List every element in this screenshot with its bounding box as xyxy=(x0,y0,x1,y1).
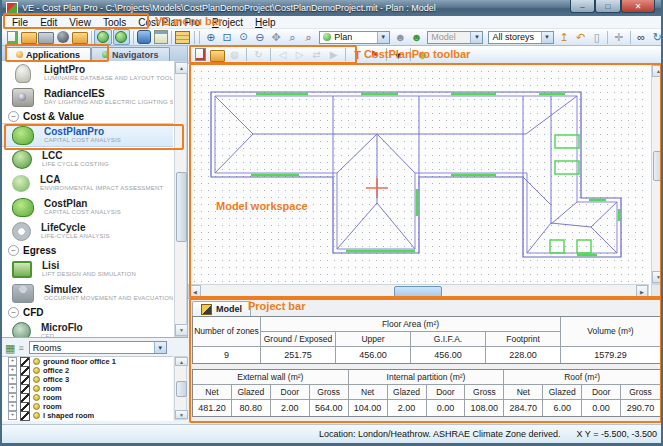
disc-icon[interactable]: ◍ xyxy=(227,48,242,62)
sidebar-item-lightpro[interactable]: LightProLUMINAIRE DATABASE AND LAYOUT TO… xyxy=(2,61,173,85)
zoom-out-icon[interactable]: ⊖ xyxy=(252,30,267,44)
page-blank-icon[interactable]: ▯ xyxy=(589,30,604,44)
zoom-previous-icon[interactable]: ⌕ xyxy=(301,30,316,44)
col-header-floor-area: Floor Area (m²) xyxy=(261,317,561,332)
area-value: 6.00 xyxy=(543,400,582,416)
run-icon[interactable]: ▶ xyxy=(326,48,341,62)
menu-tools[interactable]: Tools xyxy=(97,17,132,28)
globe-rotate-icon[interactable]: ↻ xyxy=(650,30,663,44)
scrollbar-thumb[interactable] xyxy=(653,151,663,181)
tab-applications[interactable]: Applications xyxy=(5,47,91,61)
scrollbar-thumb[interactable] xyxy=(176,381,187,397)
select-cursor-icon[interactable]: ➤ xyxy=(388,44,408,64)
menu-project[interactable]: Project xyxy=(206,17,249,28)
room-checkbox[interactable] xyxy=(20,411,30,421)
maximize-button[interactable]: □ xyxy=(595,0,621,13)
scroll-up-arrow[interactable]: ▲ xyxy=(175,357,188,366)
assign-tool-icon[interactable]: T xyxy=(350,48,365,62)
cd-export-icon[interactable] xyxy=(55,30,70,44)
scroll-down-arrow[interactable]: ▼ xyxy=(652,271,663,283)
undo-curve-icon[interactable]: ↶ xyxy=(573,30,588,44)
expand-icon[interactable]: + xyxy=(8,402,17,411)
sidebar-item-costplan[interactable]: CostPlanCAPITAL COST ANALYSIS xyxy=(2,195,173,219)
storeys-select[interactable]: All storeys ▼ xyxy=(488,31,553,44)
pin-icon[interactable]: ✛ xyxy=(611,30,626,44)
expand-icon[interactable]: + xyxy=(8,384,17,393)
view-mode-select[interactable]: Plan ▼ xyxy=(319,31,390,44)
alert-flag-icon[interactable]: ⚑ xyxy=(367,48,382,62)
model-select[interactable]: Model ▼ xyxy=(427,31,483,44)
database-icon[interactable] xyxy=(175,30,190,44)
room-item-l-shaped-room[interactable]: +l shaped room xyxy=(2,411,173,420)
globe-view-alt-icon[interactable] xyxy=(113,29,130,45)
group-header-roof-m-: Roof (m²) xyxy=(504,370,660,385)
tables-icon[interactable] xyxy=(153,30,168,44)
person-green-icon[interactable]: ☻ xyxy=(409,30,424,44)
open-folder-icon[interactable] xyxy=(210,48,225,62)
drawing-canvas[interactable] xyxy=(188,64,649,284)
refresh-icon[interactable]: ↻ xyxy=(251,48,266,62)
menu-edit[interactable]: Edit xyxy=(34,17,63,28)
sidebar-item-simulex[interactable]: SimulexOCCUPANT MOVEMENT AND EVACUATION xyxy=(2,281,173,305)
arrow-up-icon[interactable]: ↥ xyxy=(557,30,572,44)
group-egress[interactable]: −Egress xyxy=(2,243,173,257)
zoom-window-icon[interactable]: ⊡ xyxy=(220,30,235,44)
next-icon[interactable]: ▷ xyxy=(292,48,307,62)
scroll-left-arrow[interactable]: ◀ xyxy=(189,285,201,298)
sidebar-item-costplanpro[interactable]: CostPlanProCAPITAL COST ANALYSIS xyxy=(2,123,173,147)
group-cost-value[interactable]: −Cost & Value xyxy=(2,109,173,123)
rooms-select[interactable]: Rooms ▼ xyxy=(29,341,167,354)
expand-icon[interactable]: + xyxy=(8,393,17,402)
expand-icon[interactable]: + xyxy=(8,411,17,420)
grid-icon[interactable]: ▦ xyxy=(5,343,15,353)
collapse-icon[interactable]: − xyxy=(8,245,19,256)
open-folder-icon[interactable] xyxy=(21,30,37,44)
zoom-extents-icon[interactable]: ⌕ xyxy=(285,30,300,44)
folder-globe-icon[interactable] xyxy=(72,30,88,44)
scroll-up-arrow[interactable]: ▲ xyxy=(175,62,188,74)
globe-view-icon[interactable] xyxy=(94,29,111,45)
scroll-down-arrow[interactable]: ▼ xyxy=(175,324,188,336)
tab-navigators[interactable]: Navigators xyxy=(91,47,170,61)
sub-header-glazed: Glazed xyxy=(232,385,271,400)
scrollbar-thumb[interactable] xyxy=(394,286,442,297)
collapse-icon[interactable]: − xyxy=(8,111,19,122)
menu-file[interactable]: File xyxy=(6,17,34,28)
scroll-right-arrow[interactable]: ▶ xyxy=(636,285,648,298)
new-file-icon[interactable] xyxy=(5,30,20,44)
sidebar-item-microflo[interactable]: MicroFloCFD xyxy=(2,319,173,337)
minimize-button[interactable]: – xyxy=(570,0,595,13)
scroll-up-arrow[interactable]: ▲ xyxy=(652,65,663,77)
sync-icon[interactable]: ⇄ xyxy=(309,48,324,62)
sidebar-item-lca[interactable]: LCAENVIRONMENTAL IMPACT ASSESSMENT xyxy=(2,171,173,195)
sidebar-item-lisi[interactable]: LisiLIFT DESIGN AND SIMULATION xyxy=(2,257,173,281)
list-icon[interactable]: ≡ xyxy=(18,343,23,353)
title-bar[interactable]: VE - Cost Plan Pro - C:\Projects\Models\… xyxy=(2,0,663,16)
report-new-icon[interactable] xyxy=(193,48,208,62)
close-button[interactable]: ✕ xyxy=(621,0,655,13)
expand-icon[interactable]: + xyxy=(8,375,17,384)
sidebar-item-lifecycle[interactable]: LifeCycleLIFE-CYCLE ANALYSIS xyxy=(2,219,173,243)
expand-icon[interactable]: + xyxy=(8,366,17,375)
zoom-in-icon[interactable]: ⊕ xyxy=(203,30,218,44)
collapse-icon[interactable]: − xyxy=(8,307,19,318)
pan-hand-icon[interactable]: ✥ xyxy=(268,30,283,44)
sidebar-item-lcc[interactable]: LCCLIFE CYCLE COSTING xyxy=(2,147,173,171)
gem-icon[interactable]: ◆ xyxy=(415,48,430,62)
prev-icon[interactable]: ◁ xyxy=(275,48,290,62)
person-gray-icon[interactable]: ☻ xyxy=(393,30,408,44)
col-header-zones: Number of zones xyxy=(193,317,261,347)
expand-icon[interactable]: + xyxy=(8,357,17,366)
scroll-down-arrow[interactable]: ▼ xyxy=(175,410,188,419)
scrollbar-thumb[interactable] xyxy=(176,172,187,242)
group-cfd[interactable]: −CFD xyxy=(2,305,173,319)
save-icon[interactable] xyxy=(38,30,54,44)
menu-view[interactable]: View xyxy=(63,17,97,28)
zoom-out-small-icon[interactable]: ⊙ xyxy=(236,30,251,44)
menu-cost-plan-pro[interactable]: Cost Plan Pro xyxy=(132,17,206,28)
menu-help[interactable]: Help xyxy=(249,17,282,28)
binoculars-icon[interactable]: ∞ xyxy=(633,30,648,44)
tab-model[interactable]: Model xyxy=(192,301,251,316)
components-icon[interactable] xyxy=(137,30,152,44)
sidebar-item-radianceies[interactable]: RadianceIESDAY LIGHTING AND ELECTRIC LIG… xyxy=(2,85,173,109)
